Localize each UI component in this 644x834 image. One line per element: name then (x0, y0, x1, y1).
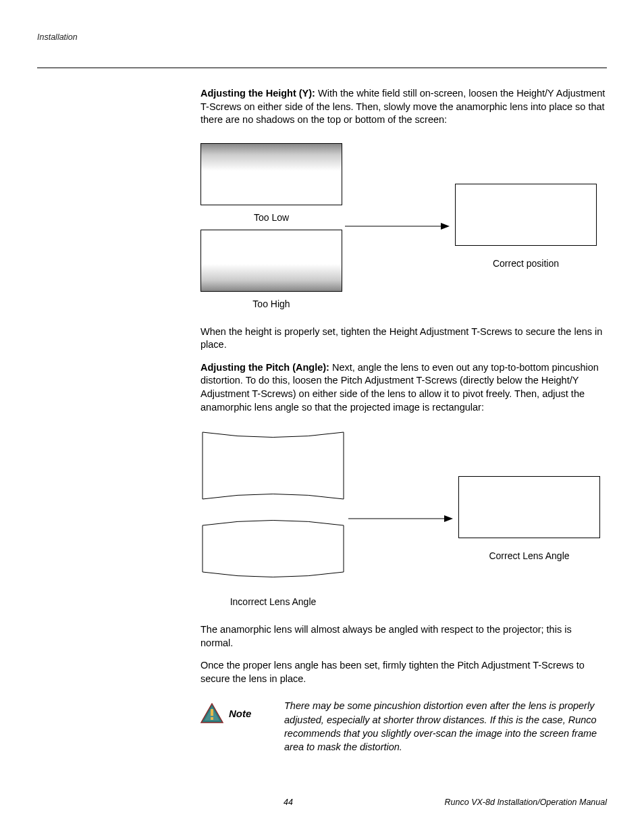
manual-title: Runco VX-8d Installation/Operation Manua… (404, 798, 607, 807)
svg-rect-6 (211, 709, 213, 716)
height-diagram: Too Low Too High Correct position (200, 143, 607, 309)
svg-marker-1 (441, 223, 450, 230)
svg-rect-7 (211, 717, 213, 720)
adjusting-height-bold: Adjusting the Height (Y): (200, 88, 318, 99)
adjusting-height-paragraph: Adjusting the Height (Y): With the white… (200, 87, 607, 127)
height-set-paragraph: When the height is properly set, tighten… (200, 325, 607, 352)
header-rule (37, 68, 607, 68)
correct-position-box (455, 184, 597, 246)
note-label: Note (229, 708, 251, 719)
pincushion-down-box (200, 513, 346, 584)
note-text: There may be some pincushion distortion … (284, 699, 607, 754)
note-row: Note There may be some pincushion distor… (200, 699, 607, 754)
pincushion-up-box (200, 430, 346, 501)
once-proper-paragraph: Once the proper lens angle has been set,… (200, 659, 607, 685)
warning-icon (200, 703, 223, 723)
correct-position-label: Correct position (493, 258, 559, 269)
correct-lens-angle-label: Correct Lens Angle (489, 550, 569, 561)
svg-marker-3 (444, 515, 453, 522)
arrow-right-icon (345, 222, 450, 230)
too-high-label: Too High (252, 298, 290, 309)
page-footer: 44 Runco VX-8d Installation/Operation Ma… (37, 777, 607, 807)
adjusting-pitch-paragraph: Adjusting the Pitch (Angle): Next, angle… (200, 361, 607, 414)
too-low-label: Too Low (254, 212, 289, 223)
adjusting-pitch-bold: Adjusting the Pitch (Angle): (200, 362, 332, 373)
correct-lens-angle-box (458, 476, 600, 538)
too-low-box (200, 143, 342, 205)
pitch-diagram: Incorrect Lens Angle Correct Lens Angle (200, 430, 607, 607)
section-header: Installation (37, 32, 607, 42)
page-content: Adjusting the Height (Y): With the white… (200, 87, 607, 777)
arrow-right-icon (348, 515, 453, 523)
too-high-box (200, 230, 342, 292)
anamorphic-paragraph: The anamorphic lens will almost always b… (200, 623, 607, 650)
incorrect-lens-angle-label: Incorrect Lens Angle (230, 596, 317, 607)
page-number: 44 (172, 798, 404, 807)
